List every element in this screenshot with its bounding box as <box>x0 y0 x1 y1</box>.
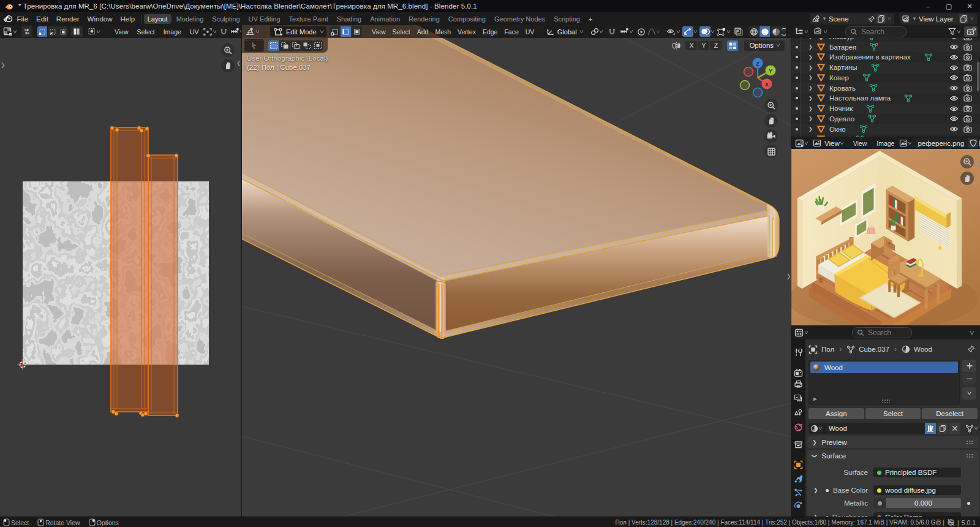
properties-search-input[interactable]: Search <box>852 327 912 338</box>
browse-material-button[interactable]: ˅ <box>809 423 824 434</box>
material-slot-specials-button[interactable]: ˅ <box>962 387 976 400</box>
image-datablock-icon[interactable] <box>899 139 908 147</box>
tab-modifiers[interactable] <box>791 472 805 485</box>
filter-funnel-icon[interactable] <box>948 28 957 36</box>
snap-magnet-icon[interactable] <box>608 28 617 36</box>
mode-selector[interactable]: Edit Mode ˅ <box>270 26 327 37</box>
menu-window[interactable]: Window <box>83 15 116 23</box>
remove-material-slot-button[interactable] <box>962 373 976 385</box>
disable-render-camera-icon[interactable] <box>963 64 972 71</box>
menu-edit[interactable]: Edit <box>32 15 53 23</box>
surface-panel-header[interactable]: ❯ Surface <box>807 450 979 461</box>
expand-icon[interactable]: ❯ <box>809 38 815 39</box>
select-intersect-button[interactable] <box>312 40 323 51</box>
base-color-button[interactable]: wood diffuse.jpg <box>873 485 961 495</box>
outliner-row-nastolnaya-lampa[interactable]: ❯ Настольная лампа <box>791 93 980 104</box>
tab-particles[interactable] <box>791 486 805 499</box>
toggle-ortho-button[interactable] <box>764 145 778 158</box>
surface-shader-button[interactable]: Principled BSDF <box>873 468 961 477</box>
select-button[interactable]: Select <box>865 408 921 419</box>
select-mode-face-button[interactable] <box>352 26 362 37</box>
fake-user-toggle[interactable] <box>968 138 978 148</box>
workspace-tab-compositing[interactable]: Compositing <box>445 14 489 24</box>
show-overlays-toggle[interactable] <box>699 26 710 37</box>
outliner-row-izobrazheniya[interactable]: ❯ Изображения в картинах <box>791 52 980 63</box>
panel-drag-grip[interactable] <box>966 440 974 444</box>
image-menu-view[interactable]: View <box>848 140 872 147</box>
uv-menu-image[interactable]: Image <box>159 28 186 36</box>
workspace-tab-modeling[interactable]: Modeling <box>173 14 208 24</box>
new-view-layer-icon[interactable] <box>959 14 968 23</box>
hide-eye-icon[interactable] <box>949 105 959 112</box>
hide-eye-icon[interactable] <box>949 95 959 102</box>
camera-view-button[interactable] <box>764 129 778 143</box>
disable-render-camera-icon[interactable] <box>963 85 972 92</box>
scene-selector[interactable]: ▼ Scene ✕ <box>810 13 894 25</box>
pivot-point-selector[interactable]: ˅ <box>588 26 605 37</box>
expand-icon[interactable]: ❯ <box>809 96 815 101</box>
transform-orientation-selector[interactable]: Global ˅ <box>544 26 586 37</box>
material-name-field[interactable]: Wood <box>824 423 925 434</box>
object-visibility-icon[interactable] <box>666 28 676 36</box>
uv-pan-hand-button[interactable] <box>221 59 235 72</box>
uv-menu-view[interactable]: View <box>110 28 133 36</box>
outliner-row-odeyalo[interactable]: ❯ Одеяло <box>791 114 980 124</box>
viewport-menu-select[interactable]: Select <box>389 28 413 36</box>
mirror-x-button[interactable]: X <box>685 41 697 50</box>
maximize-button[interactable]: ▢ <box>938 0 959 12</box>
tab-tool[interactable] <box>791 346 805 359</box>
toggle-xray-icon[interactable] <box>734 27 744 36</box>
outliner-display-mode-icon[interactable] <box>795 28 804 36</box>
shading-solid-button[interactable] <box>760 26 770 37</box>
disable-render-camera-icon[interactable] <box>963 38 972 40</box>
list-resize-grip[interactable] <box>881 399 890 403</box>
uv-menu-select[interactable]: Select <box>133 28 159 36</box>
select-invert-button[interactable] <box>301 40 312 51</box>
select-subtract-button[interactable] <box>290 40 301 51</box>
breadcrumb-object[interactable]: Пол <box>821 346 834 353</box>
region-toggle-chevron[interactable]: ❯ <box>1 62 6 68</box>
outliner-filter-collection-icon[interactable] <box>813 28 823 36</box>
pin-icon[interactable] <box>967 345 975 353</box>
uv-menu-uv[interactable]: UV <box>186 28 203 36</box>
select-mode-edge-button[interactable] <box>341 26 351 37</box>
menu-render[interactable]: Render <box>52 15 83 23</box>
uv-zoom-button[interactable] <box>221 44 235 57</box>
hide-eye-icon[interactable] <box>949 44 959 50</box>
gizmo-y-label[interactable]: Y <box>769 68 772 74</box>
proportional-falloff-icon[interactable] <box>647 28 656 36</box>
new-collection-button[interactable] <box>964 26 978 37</box>
workspace-tab-shading[interactable]: Shading <box>333 14 365 24</box>
outliner-row-nochnik[interactable]: ❯ Ночник <box>791 104 980 114</box>
disable-render-camera-icon[interactable] <box>963 74 972 82</box>
snap-target-selector[interactable]: ˅ <box>618 26 635 37</box>
editor-type-3d-icon[interactable] <box>245 27 255 36</box>
viewport-canvas[interactable] <box>242 25 791 517</box>
gizmo-z-label[interactable]: Z <box>756 61 760 67</box>
breadcrumb-material[interactable]: Wood <box>914 346 932 353</box>
view-layer-selector[interactable]: ▼ View Layer ✕ <box>900 13 977 25</box>
region-toggle-chevron[interactable]: ❮ <box>976 161 980 167</box>
image-menu-image[interactable]: Image <box>872 140 899 147</box>
expand-icon[interactable]: ❯ <box>809 65 815 70</box>
viewport-menu-uv[interactable]: UV <box>522 28 538 36</box>
uv-islands[interactable] <box>110 126 179 417</box>
hide-eye-icon[interactable] <box>949 115 959 122</box>
navigation-gizmo[interactable]: Z Y X <box>734 55 781 101</box>
tab-view-layer[interactable] <box>791 392 805 404</box>
tab-collection[interactable] <box>791 438 805 451</box>
viewport-menu-view[interactable]: View <box>368 28 389 36</box>
decorator-dot[interactable] <box>967 502 970 505</box>
pan-hand-button[interactable] <box>764 114 778 127</box>
pivot-center-icon[interactable] <box>203 28 213 36</box>
expand-icon[interactable]: ❯ <box>809 55 815 60</box>
blender-app-icon[interactable] <box>3 15 13 23</box>
shading-wireframe-button[interactable] <box>748 26 759 37</box>
panel-drag-grip[interactable] <box>966 453 974 458</box>
uv-select-vertex-button[interactable] <box>37 26 47 37</box>
breadcrumb-mesh[interactable]: Cube.037 <box>859 346 889 353</box>
image-name-field[interactable]: референс.png <box>914 138 968 148</box>
workspace-tab-scripting[interactable]: Scripting <box>550 14 584 24</box>
hide-eye-icon[interactable] <box>949 54 959 61</box>
disable-render-camera-icon[interactable] <box>963 135 972 137</box>
